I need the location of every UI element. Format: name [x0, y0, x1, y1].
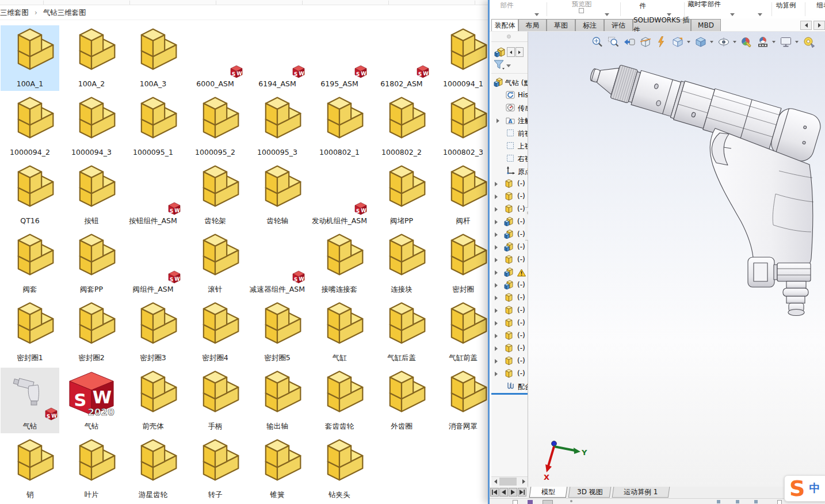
assembly-tree-tab-icon[interactable] [494, 47, 506, 60]
file-tile[interactable]: 密封圈4 [186, 299, 245, 365]
edit-appearance-icon[interactable] [740, 35, 754, 49]
file-tile[interactable]: 密封圈 [434, 231, 488, 296]
expand-arrow-icon[interactable] [495, 270, 498, 275]
ribbon-button-fragment[interactable]: 细表 [809, 2, 825, 9]
document-tab-1[interactable]: 模型 [529, 487, 568, 498]
tree-item-origin[interactable]: 原点 [491, 165, 528, 178]
tree-horizontal-scrollbar[interactable] [491, 476, 528, 486]
file-tile[interactable]: 100A_3 [124, 25, 182, 91]
file-tile[interactable]: 接嘴连接套 [310, 231, 369, 296]
file-tile[interactable]: 叶片 [62, 436, 121, 502]
command-tab-1[interactable]: 装配体 [491, 19, 518, 31]
tree-component-item[interactable]: (-) [491, 254, 528, 266]
document-tab-2[interactable]: 3D 视图 [568, 487, 612, 498]
file-tile[interactable]: S W61802_ASM [372, 25, 431, 91]
expand-arrow-icon[interactable] [495, 308, 498, 313]
file-tile[interactable]: 1000094_3 [62, 94, 121, 159]
file-tile[interactable]: S W按钮组件_ASM [124, 162, 182, 228]
zoom-fit-icon[interactable] [590, 35, 604, 49]
expand-arrow-icon[interactable] [495, 334, 498, 338]
command-tab-4[interactable]: 标注 [575, 19, 604, 31]
dropdown-caret-icon[interactable] [687, 40, 692, 44]
expand-arrow-icon[interactable] [495, 194, 498, 199]
tree-item-plane[interactable]: 右视基准面 [491, 152, 528, 165]
tree-component-item[interactable]: (-) [491, 190, 528, 203]
file-tile[interactable]: S W阀组件_ASM [124, 231, 182, 296]
file-tile[interactable]: 手柄 [186, 368, 245, 433]
file-tile[interactable]: 阀杆 [434, 162, 488, 228]
tree-item-plane[interactable]: 上视基准面 [491, 140, 528, 152]
file-tile[interactable]: 阀套 [1, 231, 59, 296]
scroll-left-icon[interactable] [492, 477, 499, 486]
file-tile[interactable]: 气缸前盖 [434, 299, 488, 365]
measure-icon[interactable] [802, 35, 816, 49]
tree-component-item[interactable] [491, 266, 528, 279]
file-tile[interactable]: 密封圈5 [248, 299, 307, 365]
file-tile[interactable]: S W发动机组件_ASM [310, 162, 369, 228]
file-tile[interactable]: 外齿圈 [372, 368, 431, 433]
dropdown-caret-icon[interactable] [772, 40, 777, 44]
ribbon-button-fragment[interactable]: 动算例 [767, 2, 805, 9]
file-tile[interactable]: S W 2020气钻 [62, 368, 121, 433]
file-tile[interactable]: 气缸 [310, 299, 369, 365]
file-tile[interactable]: 钻夹头 [310, 436, 369, 502]
tree-component-item[interactable]: (-) [491, 304, 528, 317]
file-tile[interactable]: 阀套PP [62, 231, 121, 296]
tree-item-mates[interactable]: 配合 [491, 380, 528, 393]
command-tab-6[interactable]: SOLIDWORKS 插件 [633, 19, 691, 31]
expand-arrow-icon[interactable] [495, 359, 498, 364]
file-tile[interactable]: 消音网罩 [434, 368, 488, 433]
expand-arrow-icon[interactable] [495, 220, 498, 224]
tree-component-item[interactable]: (-) [491, 342, 528, 355]
previous-view-icon[interactable] [622, 35, 636, 49]
view-settings-icon[interactable] [779, 35, 793, 49]
breadcrumb-root[interactable]: 三维套图 [0, 8, 32, 18]
file-tile[interactable]: 转子 [186, 436, 245, 502]
expand-arrow-icon[interactable] [495, 296, 498, 300]
ribbon-button-fragment[interactable]: 件 [631, 2, 654, 10]
dropdown-caret-icon[interactable] [795, 40, 800, 44]
tree-component-item[interactable]: (-) [491, 228, 528, 241]
tree-component-item[interactable]: (-) [491, 178, 528, 190]
expand-arrow-icon[interactable] [496, 119, 499, 123]
panel-grip-icon[interactable] [507, 35, 511, 39]
dropdown-caret-icon[interactable] [758, 13, 762, 16]
file-tile[interactable]: 套齿齿轮 [310, 368, 369, 433]
display-style-icon[interactable] [694, 35, 708, 49]
file-tile[interactable]: 滚针 [186, 231, 245, 296]
file-tile[interactable]: S W气钻 [1, 368, 59, 433]
tree-component-item[interactable]: (-) [491, 355, 528, 368]
tree-component-item[interactable]: (-) [491, 292, 528, 304]
file-tile[interactable]: 1000802_2 [372, 94, 431, 159]
file-tile[interactable]: 游星齿轮 [124, 436, 182, 502]
file-tile[interactable]: 100A_1 [1, 25, 59, 91]
dropdown-caret-icon[interactable] [605, 13, 609, 16]
expand-arrow-icon[interactable] [495, 283, 498, 288]
expand-arrow-icon[interactable] [495, 232, 498, 237]
command-tab-2[interactable]: 布局 [518, 19, 547, 31]
tree-component-item[interactable]: (-) [491, 241, 528, 254]
tree-item-history[interactable]: History [491, 89, 528, 102]
ribbon-button-fragment[interactable]: 部件 [490, 2, 524, 9]
file-tile[interactable]: 1000802_1 [310, 94, 369, 159]
tree-root-item[interactable]: 气钻 (默认) [491, 77, 528, 89]
file-tile[interactable]: 密封圈1 [1, 299, 59, 365]
file-tile[interactable]: 前壳体 [124, 368, 182, 433]
tree-component-item[interactable]: (-) [491, 203, 528, 216]
file-tile[interactable]: 1000094_2 [1, 94, 59, 159]
breadcrumb-current[interactable]: 气钻三维套图 [40, 8, 90, 18]
file-tile[interactable]: 销 [1, 436, 59, 502]
tree-component-item[interactable]: (-) [491, 216, 528, 228]
hide-show-items-icon[interactable] [717, 35, 731, 49]
go-to-end-button[interactable] [518, 488, 526, 497]
step-forward-button[interactable] [509, 488, 517, 497]
tree-component-item[interactable]: (-) [491, 368, 528, 380]
file-tile[interactable]: S W减速器组件_ASM [248, 231, 307, 296]
file-tile[interactable]: QT16 [1, 162, 59, 228]
file-tile[interactable]: 密封圈2 [62, 299, 121, 365]
scroll-right-icon[interactable] [520, 477, 528, 486]
file-tile[interactable]: 阀堵PP [372, 162, 431, 228]
file-tile[interactable]: 气缸后盖 [372, 299, 431, 365]
expand-arrow-icon[interactable] [495, 182, 498, 186]
tab-scroll-left-button[interactable] [800, 21, 812, 30]
